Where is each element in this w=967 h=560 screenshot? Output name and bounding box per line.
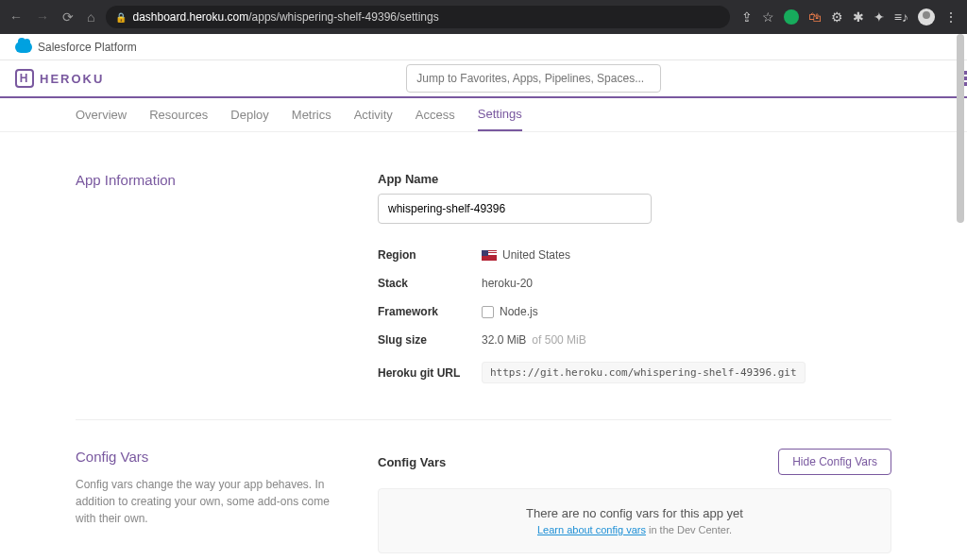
- heroku-logo-mark: H: [15, 69, 34, 88]
- salesforce-cloud-icon: [15, 42, 32, 53]
- heroku-logo[interactable]: H HEROKU: [15, 69, 104, 88]
- url-text: dashboard.heroku.com/apps/whispering-she…: [132, 10, 438, 24]
- tab-access[interactable]: Access: [416, 98, 455, 131]
- url-bar[interactable]: 🔒 dashboard.heroku.com/apps/whispering-s…: [106, 6, 729, 28]
- nodejs-icon: [482, 306, 494, 318]
- puzzle-icon[interactable]: ✦: [874, 9, 885, 25]
- config-vars-empty-state: There are no config vars for this app ye…: [378, 488, 891, 553]
- asterisk-icon[interactable]: ✱: [853, 9, 864, 25]
- tab-metrics[interactable]: Metrics: [292, 98, 331, 131]
- gear-ext-icon[interactable]: ⚙: [831, 9, 843, 25]
- profile-avatar-icon[interactable]: [918, 8, 935, 25]
- config-vars-panel-title: Config Vars: [378, 455, 446, 469]
- browser-chrome: ← → ⟳ ⌂ 🔒 dashboard.heroku.com/apps/whis…: [0, 0, 967, 34]
- framework-label: Framework: [378, 305, 482, 318]
- app-info-title: App Information: [76, 172, 340, 188]
- slug-label: Slug size: [378, 333, 482, 347]
- tab-settings[interactable]: Settings: [478, 98, 522, 131]
- framework-value: Node.js: [482, 305, 538, 318]
- back-icon[interactable]: ←: [9, 9, 23, 25]
- config-vars-title: Config Vars: [76, 449, 340, 465]
- scrollbar-track: [956, 34, 965, 560]
- tab-overview[interactable]: Overview: [76, 98, 127, 131]
- menu-dots-icon[interactable]: ⋮: [944, 9, 958, 25]
- app-name-label: App Name: [378, 172, 891, 186]
- us-flag-icon: [482, 250, 497, 261]
- bookmark-icon[interactable]: ☆: [762, 9, 774, 25]
- app-name-input[interactable]: [378, 194, 652, 224]
- share-icon[interactable]: ⇪: [741, 9, 753, 25]
- hide-config-vars-button[interactable]: Hide Config Vars: [778, 449, 891, 475]
- scrollbar-thumb[interactable]: [957, 34, 964, 223]
- app-tabs: Overview Resources Deploy Metrics Activi…: [0, 98, 967, 132]
- playlist-icon[interactable]: ≡♪: [894, 9, 908, 25]
- git-url-value[interactable]: https://git.heroku.com/whispering-shelf-…: [482, 362, 806, 383]
- browser-extensions: ⇪ ☆ 🛍 ⚙ ✱ ✦ ≡♪ ⋮: [741, 8, 958, 25]
- empty-state-help: Learn about config vars in the Dev Cente…: [396, 524, 874, 535]
- home-icon[interactable]: ⌂: [87, 9, 94, 25]
- tab-deploy[interactable]: Deploy: [230, 98, 268, 131]
- heroku-logo-text: HEROKU: [40, 72, 104, 86]
- section-app-info: App Information App Name Region United S…: [76, 161, 891, 419]
- stack-label: Stack: [378, 277, 482, 290]
- git-url-label: Heroku git URL: [378, 366, 482, 380]
- salesforce-banner: Salesforce Platform: [0, 34, 967, 60]
- stack-value: heroku-20: [482, 277, 533, 290]
- search-input[interactable]: [406, 64, 661, 93]
- slug-value: 32.0 MiB of 500 MiB: [482, 333, 586, 347]
- salesforce-label: Salesforce Platform: [38, 41, 137, 54]
- bag-icon[interactable]: 🛍: [808, 9, 822, 25]
- region-value: United States: [482, 248, 570, 262]
- tab-resources[interactable]: Resources: [149, 98, 208, 131]
- lock-icon: 🔒: [115, 12, 127, 23]
- empty-state-message: There are no config vars for this app ye…: [396, 506, 874, 520]
- grammarly-icon[interactable]: [784, 9, 799, 25]
- app-header: H HEROKU: [0, 60, 967, 98]
- learn-config-vars-link[interactable]: Learn about config vars: [537, 524, 646, 535]
- main-content: App Information App Name Region United S…: [0, 132, 967, 560]
- region-label: Region: [378, 248, 482, 262]
- section-config-vars: Config Vars Config vars change the way y…: [76, 419, 891, 560]
- forward-icon[interactable]: →: [36, 9, 49, 25]
- reload-icon[interactable]: ⟳: [62, 9, 74, 25]
- browser-nav: ← → ⟳ ⌂: [9, 9, 94, 25]
- tab-activity[interactable]: Activity: [354, 98, 393, 131]
- config-vars-desc: Config vars change the way your app beha…: [76, 476, 340, 527]
